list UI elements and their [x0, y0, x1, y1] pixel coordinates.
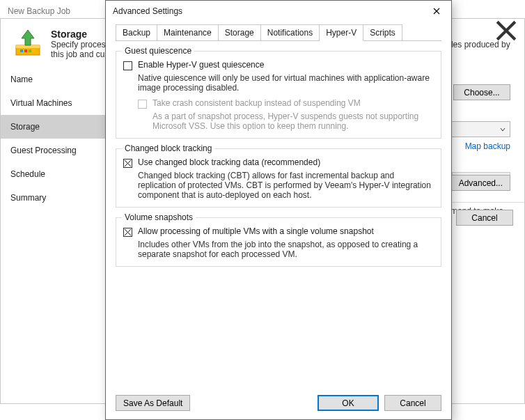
crash-consistent-label: Take crash consistent backup instead of …: [152, 98, 361, 108]
enable-quiescence-checkbox[interactable]: [123, 61, 132, 70]
enable-quiescence-label: Enable Hyper-V guest quiescence: [138, 60, 264, 70]
advanced-button[interactable]: Advanced...: [451, 175, 510, 191]
allow-multi-vm-desc: Includes other VMs from the job into the…: [138, 240, 434, 259]
save-as-default-button[interactable]: Save As Default: [116, 395, 190, 411]
dialog-titlebar: Advanced Settings: [106, 1, 451, 22]
tab-maintenance[interactable]: Maintenance: [157, 24, 219, 40]
tab-strip: BackupMaintenanceStorageNotificationsHyp…: [116, 24, 441, 41]
svg-rect-2: [20, 49, 23, 52]
crash-consistent-desc: As a part of snapshot process, Hyper-V s…: [152, 111, 434, 131]
dialog-title: Advanced Settings: [113, 6, 425, 16]
tab-hyper-v[interactable]: Hyper-V: [320, 24, 363, 41]
wizard-close-button[interactable]: [495, 23, 517, 38]
dialog-cancel-button[interactable]: Cancel: [384, 395, 441, 411]
group-cbt: Changed block tracking Use changed block…: [116, 148, 441, 208]
crash-consistent-checkbox: [138, 100, 147, 109]
nav-item-guest-processing[interactable]: Guest Processing: [1, 139, 109, 162]
storage-icon: [13, 29, 42, 58]
use-cbt-checkbox[interactable]: [123, 159, 132, 168]
svg-rect-3: [24, 49, 27, 52]
nav-item-storage[interactable]: Storage: [1, 115, 109, 139]
use-cbt-desc: Changed block tracking (CBT) allows for …: [138, 171, 434, 200]
tab-storage[interactable]: Storage: [219, 24, 261, 40]
dialog-close-button[interactable]: [425, 3, 448, 19]
group-volume-snapshots: Volume snapshots Allow processing of mul…: [116, 217, 441, 267]
close-icon: [433, 8, 440, 15]
allow-multi-vm-checkbox[interactable]: [123, 228, 132, 237]
nav-item-schedule[interactable]: Schedule: [1, 162, 109, 186]
wizard-window-title: New Backup Job: [8, 6, 70, 16]
nav-item-summary[interactable]: Summary: [1, 186, 109, 210]
svg-rect-1: [16, 45, 40, 48]
tab-notifications[interactable]: Notifications: [261, 24, 320, 40]
wizard-cancel-button[interactable]: Cancel: [456, 210, 513, 226]
group-legend: Guest quiescence: [122, 46, 194, 56]
choose-button[interactable]: Choose...: [453, 84, 510, 100]
tab-scripts[interactable]: Scripts: [363, 24, 402, 40]
group-legend: Changed block tracking: [122, 143, 214, 153]
advanced-settings-dialog: Advanced Settings BackupMaintenanceStora…: [105, 0, 452, 420]
group-guest-quiescence: Guest quiescence Enable Hyper-V guest qu…: [116, 51, 441, 139]
dialog-footer: Save As Default OK Cancel: [106, 388, 451, 419]
nav-item-name[interactable]: Name: [1, 68, 109, 91]
tab-backup[interactable]: Backup: [116, 24, 157, 40]
svg-rect-5: [33, 49, 36, 52]
close-icon: [495, 20, 517, 42]
group-legend: Volume snapshots: [122, 212, 196, 222]
ok-button[interactable]: OK: [318, 395, 379, 411]
allow-multi-vm-label: Allow processing of multiple VMs with a …: [138, 226, 374, 236]
chevron-down-icon: [500, 127, 506, 132]
svg-rect-4: [29, 49, 31, 52]
use-cbt-label: Use changed block tracking data (recomme…: [138, 157, 320, 167]
wizard-nav: NameVirtual MachinesStorageGuest Process…: [1, 65, 109, 233]
enable-quiescence-desc: Native quiescence will only be used for …: [138, 73, 434, 93]
nav-item-virtual-machines[interactable]: Virtual Machines: [1, 91, 109, 115]
